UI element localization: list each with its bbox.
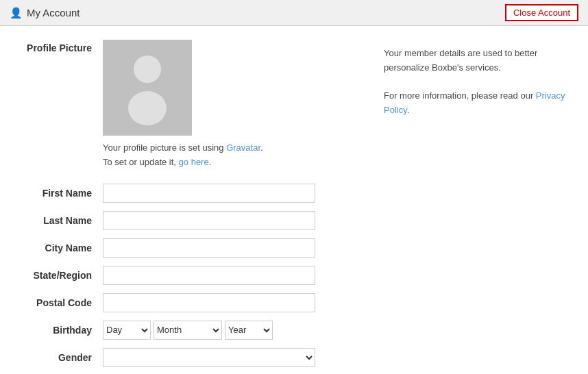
- state-region-row: State/Region: [14, 266, 356, 285]
- gravatar-link[interactable]: Gravatar: [226, 142, 260, 153]
- privacy-text-after: .: [407, 105, 410, 115]
- info-line1: Your member details are used to better p…: [384, 47, 576, 75]
- first-name-row: First Name: [14, 184, 356, 203]
- birthday-selects: Day 1234 5678 9101112 13141516 17181920 …: [103, 321, 273, 340]
- left-column: Profile Picture Your profile picture is …: [14, 40, 356, 374]
- profile-picture-section: Profile Picture Your profile picture is …: [14, 40, 356, 170]
- birthday-day-select[interactable]: Day 1234 5678 9101112 13141516 17181920 …: [103, 321, 151, 340]
- city-name-label: City Name: [14, 242, 103, 253]
- birthday-year-select[interactable]: Year: [225, 321, 273, 340]
- avatar-svg: [120, 50, 175, 125]
- birthday-month-select[interactable]: Month JanuaryFebruaryMarch AprilMayJune …: [154, 321, 222, 340]
- svg-point-0: [134, 55, 161, 83]
- birthday-label: Birthday: [14, 325, 103, 336]
- main-content: Profile Picture Your profile picture is …: [0, 26, 588, 374]
- postal-code-input[interactable]: [103, 293, 315, 312]
- info-line2-text: For more information, please read our: [384, 90, 533, 101]
- info-line2: For more information, please read our Pr…: [384, 89, 576, 118]
- gravatar-text-before: Your profile picture is set using: [103, 142, 226, 153]
- state-region-input[interactable]: [103, 266, 315, 285]
- profile-picture-text: Your profile picture is set using Gravat…: [103, 141, 263, 170]
- last-name-input[interactable]: [103, 211, 315, 230]
- last-name-row: Last Name: [14, 211, 356, 230]
- gender-label: Gender: [14, 352, 103, 363]
- birthday-row: Birthday Day 1234 5678 9101112 13141516 …: [14, 321, 356, 340]
- profile-picture-label: Profile Picture: [14, 40, 103, 53]
- first-name-label: First Name: [14, 188, 103, 199]
- city-name-input[interactable]: [103, 238, 315, 258]
- profile-picture-content: Your profile picture is set using Gravat…: [103, 40, 263, 170]
- city-name-row: City Name: [14, 238, 356, 258]
- avatar: [103, 40, 192, 136]
- go-here-link[interactable]: go here: [179, 157, 209, 167]
- update-text-after: .: [209, 157, 212, 167]
- close-account-button[interactable]: Close Account: [505, 4, 578, 21]
- update-text-before: To set or update it,: [103, 157, 179, 167]
- gender-select[interactable]: Male Female Other: [103, 348, 315, 367]
- state-region-label: State/Region: [14, 270, 103, 281]
- postal-code-row: Postal Code: [14, 293, 356, 312]
- gender-row: Gender Male Female Other: [14, 348, 356, 367]
- user-icon: 👤: [10, 7, 23, 19]
- postal-code-label: Postal Code: [14, 297, 103, 308]
- gravatar-text-after: .: [260, 142, 263, 153]
- header-title: My Account: [27, 7, 80, 18]
- header-left: 👤 My Account: [10, 7, 80, 19]
- header: 👤 My Account Close Account: [0, 0, 588, 26]
- last-name-label: Last Name: [14, 215, 103, 226]
- first-name-input[interactable]: [103, 184, 315, 203]
- right-column: Your member details are used to better p…: [384, 40, 576, 374]
- svg-point-1: [128, 91, 167, 125]
